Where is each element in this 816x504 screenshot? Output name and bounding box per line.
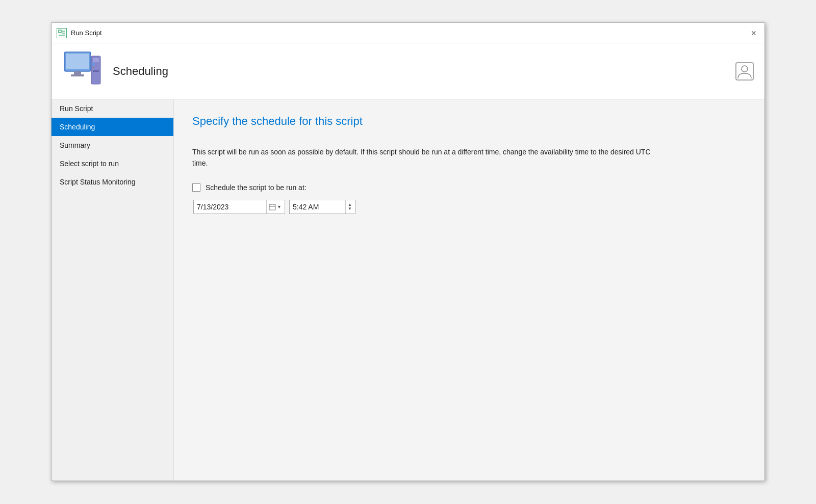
- time-value: 5:42 AM: [293, 203, 345, 211]
- computer-icon: [62, 51, 103, 92]
- sidebar-item-summary[interactable]: Summary: [52, 136, 173, 154]
- schedule-checkbox-label: Schedule the script to be run at:: [206, 183, 307, 192]
- date-picker-button[interactable]: ▼: [266, 200, 282, 214]
- header: Scheduling: [52, 43, 764, 99]
- main-content: Specify the schedule for this script Thi…: [174, 99, 764, 481]
- sidebar-item-select-script[interactable]: Select script to run: [52, 154, 173, 173]
- description: This script will be run as soon as possi…: [192, 146, 651, 169]
- datetime-row: 7/13/2023 ▼ 5:42 AM: [193, 200, 746, 214]
- sidebar-item-script-status[interactable]: Script Status Monitoring: [52, 173, 173, 191]
- svg-point-10: [92, 63, 94, 65]
- window-title: Run Script: [71, 29, 102, 37]
- sidebar: Run Script Scheduling Summary Select scr…: [52, 99, 174, 481]
- close-button[interactable]: ×: [748, 28, 759, 39]
- time-input[interactable]: 5:42 AM ▲ ▼: [289, 200, 355, 214]
- svg-rect-13: [736, 63, 753, 80]
- svg-point-11: [93, 66, 94, 68]
- svg-rect-0: [59, 30, 61, 33]
- run-script-window: Run Script × Scheduling: [51, 22, 765, 481]
- schedule-checkbox-row: Schedule the script to be run at:: [192, 183, 746, 192]
- spinner-down-arrow[interactable]: ▼: [348, 207, 352, 211]
- svg-rect-12: [93, 70, 99, 72]
- run-script-icon: [57, 28, 67, 38]
- sidebar-item-run-script[interactable]: Run Script: [52, 99, 173, 118]
- date-value: 7/13/2023: [197, 203, 263, 211]
- schedule-checkbox[interactable]: [192, 183, 200, 192]
- title-bar: Run Script ×: [52, 23, 764, 43]
- content-area: Run Script Scheduling Summary Select scr…: [52, 99, 764, 481]
- svg-rect-9: [93, 58, 99, 62]
- svg-rect-15: [269, 204, 275, 210]
- dropdown-arrow: ▼: [277, 204, 282, 209]
- svg-point-14: [742, 66, 748, 72]
- title-bar-left: Run Script: [57, 28, 102, 38]
- main-title: Specify the schedule for this script: [192, 115, 746, 128]
- header-title: Scheduling: [113, 65, 168, 78]
- svg-rect-6: [74, 71, 81, 74]
- time-spinner[interactable]: ▲ ▼: [345, 200, 352, 214]
- svg-rect-7: [71, 74, 84, 76]
- svg-rect-5: [66, 54, 89, 69]
- date-input[interactable]: 7/13/2023 ▼: [193, 200, 285, 214]
- calendar-icon: [269, 203, 276, 210]
- sidebar-item-scheduling[interactable]: Scheduling: [52, 118, 173, 136]
- person-icon: [735, 62, 754, 81]
